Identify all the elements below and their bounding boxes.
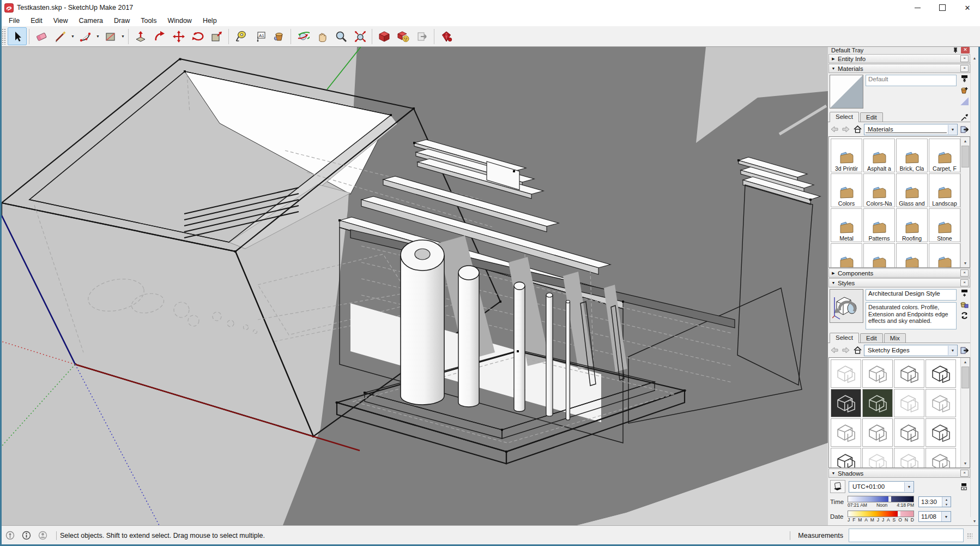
style-thumbnail[interactable]: [925, 418, 956, 447]
rotate-tool-button[interactable]: [188, 27, 207, 45]
scroll-thumb[interactable]: [961, 367, 969, 388]
material-folder[interactable]: Window: [929, 243, 960, 268]
zoom-extents-tool-button[interactable]: [350, 27, 370, 45]
material-folder[interactable]: Synthetic: [831, 243, 862, 268]
arc-tool-dropdown[interactable]: ▼: [95, 28, 101, 45]
tape-measure-tool-button[interactable]: [231, 27, 250, 45]
tray-scrollbar[interactable]: ▲ ▼: [970, 54, 978, 525]
style-thumbnail[interactable]: [862, 448, 893, 468]
collapse-arrow-icon[interactable]: ▼: [829, 281, 838, 285]
style-thumbnail[interactable]: [831, 359, 861, 388]
rectangle-tool-button[interactable]: [101, 27, 120, 45]
close-button[interactable]: ✕: [955, 0, 980, 15]
tab-styles-mix[interactable]: Mix: [884, 333, 906, 343]
dropdown-arrow-icon[interactable]: ▼: [948, 125, 957, 134]
geolocation-icon[interactable]: [5, 531, 15, 540]
menu-item[interactable]: Edit: [25, 16, 48, 26]
measurements-input[interactable]: [849, 529, 964, 542]
tab-styles-select[interactable]: Select: [830, 333, 859, 343]
material-folder[interactable]: Patterns: [863, 208, 895, 242]
collapse-arrow-icon[interactable]: ▼: [829, 67, 838, 70]
extension-warehouse-button[interactable]: [437, 27, 456, 45]
material-folder[interactable]: Metal: [831, 208, 862, 242]
toggle-shadows-button[interactable]: [830, 480, 845, 493]
menu-item[interactable]: View: [48, 16, 74, 26]
section-materials[interactable]: ▼ Materials ×: [828, 64, 970, 73]
date-value-dropdown[interactable]: 11/08 ▼: [918, 511, 951, 522]
material-folder[interactable]: Brick, Cla: [896, 139, 928, 172]
style-thumbnail[interactable]: [831, 389, 861, 417]
create-material-button[interactable]: [960, 86, 969, 94]
section-shadows[interactable]: ▼ Shadows ×: [828, 469, 970, 478]
section-styles[interactable]: ▼ Styles ×: [828, 278, 970, 287]
style-thumbnail[interactable]: [925, 389, 956, 417]
style-name-field[interactable]: Architectural Design Style: [866, 289, 957, 301]
info-icon[interactable]: [22, 531, 31, 540]
style-thumbnail[interactable]: [862, 359, 893, 388]
eraser-tool-button[interactable]: [32, 27, 51, 45]
scroll-up-icon[interactable]: ▲: [961, 137, 970, 145]
shadow-details-button[interactable]: [959, 482, 969, 491]
collapse-arrow-icon[interactable]: ▼: [829, 471, 838, 475]
orbit-tool-button[interactable]: [293, 27, 312, 45]
scroll-down-icon[interactable]: ▼: [970, 517, 979, 525]
minimize-button[interactable]: [905, 0, 930, 15]
create-style-button[interactable]: [960, 300, 969, 309]
components-close-button[interactable]: ×: [960, 269, 969, 277]
menu-item[interactable]: Tools: [135, 16, 162, 26]
style-thumbnail[interactable]: [862, 418, 893, 447]
details-arrow-icon[interactable]: [959, 124, 969, 134]
style-thumbnail[interactable]: [925, 448, 956, 468]
material-folder[interactable]: Glass and: [896, 173, 928, 207]
dropdown-arrow-icon[interactable]: ▼: [941, 512, 951, 521]
expand-arrow-icon[interactable]: ▶: [829, 57, 838, 61]
tab-materials-select[interactable]: Select: [830, 112, 859, 122]
time-slider[interactable]: [848, 496, 914, 502]
in-model-home-icon[interactable]: [852, 345, 862, 355]
expand-arrow-icon[interactable]: ▶: [829, 271, 838, 275]
material-folder[interactable]: Asphalt a: [863, 139, 895, 172]
entity-info-close-button[interactable]: ×: [960, 55, 969, 62]
push-pull-tool-button[interactable]: [131, 27, 150, 45]
styles-collection-dropdown[interactable]: Sketchy Edges ▼: [864, 345, 958, 356]
rectangle-tool-dropdown[interactable]: ▼: [120, 28, 126, 45]
spin-down-icon[interactable]: ▼: [942, 502, 951, 507]
style-thumbnail[interactable]: [894, 359, 924, 388]
material-folder[interactable]: Water: [896, 243, 928, 268]
scroll-up-icon[interactable]: ▲: [970, 54, 979, 62]
menu-item[interactable]: Camera: [74, 16, 108, 26]
section-components[interactable]: ▶ Components ×: [828, 268, 970, 278]
dropdown-arrow-icon[interactable]: ▼: [948, 346, 957, 355]
material-folder[interactable]: 3d Printir: [831, 139, 862, 172]
forward-arrow-icon[interactable]: [841, 124, 851, 134]
material-folder[interactable]: Stone: [929, 208, 960, 242]
resize-grip[interactable]: [967, 533, 972, 538]
material-folder[interactable]: Tile: [863, 243, 895, 268]
menu-item[interactable]: File: [3, 16, 25, 26]
in-model-home-icon[interactable]: [852, 124, 862, 134]
spin-up-icon[interactable]: ▲: [942, 497, 951, 502]
paint-bucket-tool-button[interactable]: [269, 27, 288, 45]
date-slider[interactable]: [848, 511, 914, 517]
share-component-button[interactable]: [413, 27, 432, 45]
style-thumbnail[interactable]: [894, 389, 924, 417]
pan-tool-button[interactable]: [312, 27, 331, 45]
styles-close-button[interactable]: ×: [960, 279, 969, 286]
material-folder[interactable]: Carpet, F: [929, 139, 960, 172]
scroll-down-icon[interactable]: ▼: [961, 259, 970, 267]
timezone-dropdown[interactable]: UTC+01:00 ▼: [849, 481, 914, 493]
tray-close-button[interactable]: ✕: [961, 47, 970, 53]
secondary-pane-button[interactable]: [960, 75, 969, 83]
forward-arrow-icon[interactable]: [841, 345, 851, 355]
material-name-field[interactable]: Default: [866, 75, 957, 86]
tab-materials-edit[interactable]: Edit: [860, 112, 883, 122]
user-icon[interactable]: [38, 531, 47, 540]
scroll-up-icon[interactable]: ▲: [961, 358, 970, 366]
material-folder[interactable]: Colors-Na: [863, 173, 895, 207]
material-folder[interactable]: Roofing: [896, 208, 928, 242]
maximize-button[interactable]: [930, 0, 955, 15]
offset-tool-button[interactable]: [207, 27, 226, 45]
zoom-tool-button[interactable]: [331, 27, 350, 45]
back-arrow-icon[interactable]: [830, 124, 839, 134]
line-tool-dropdown[interactable]: ▼: [70, 28, 76, 45]
